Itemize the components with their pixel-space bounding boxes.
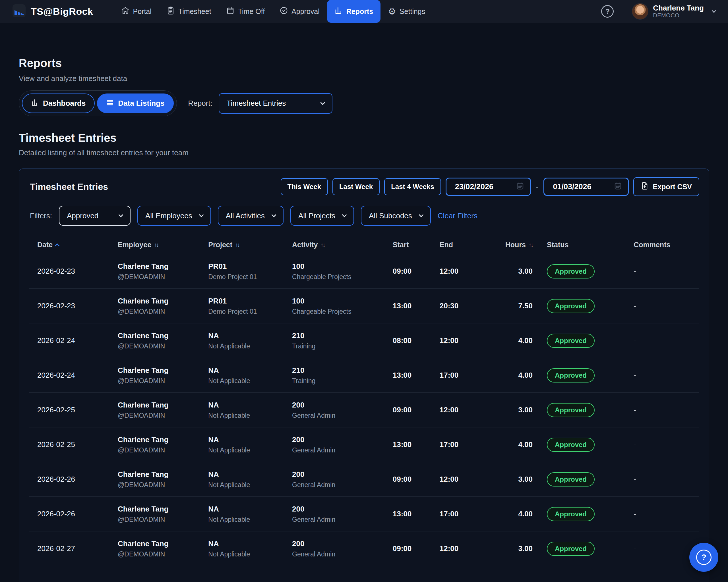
- dashboards-toggle-button[interactable]: Dashboards: [22, 93, 95, 113]
- activity-name: General Admin: [292, 551, 384, 558]
- activity-name: Training: [292, 377, 384, 385]
- column-label: End: [440, 241, 453, 249]
- toggle-label: Data Listings: [118, 99, 164, 108]
- cell-end: 12:00: [431, 544, 485, 553]
- activities-filter-select[interactable]: All Activities: [218, 206, 284, 226]
- view-toggle-group: Dashboards Data Listings: [19, 90, 177, 116]
- chevron-down-icon: [320, 100, 325, 105]
- project-code: PR01: [208, 262, 284, 271]
- user-menu[interactable]: Charlene Tang DEMOCO: [632, 3, 716, 20]
- project-code: NA: [208, 470, 284, 479]
- this-week-button[interactable]: This Week: [281, 178, 328, 195]
- nav-item-settings[interactable]: ⚙ Settings: [381, 0, 433, 23]
- date-range-separator: -: [536, 183, 539, 191]
- sort-icon: ↑↓: [235, 242, 239, 248]
- column-header-start: Start: [384, 241, 431, 249]
- cell-end: 17:00: [431, 371, 485, 380]
- cell-comments: -: [615, 371, 699, 380]
- nav-item-approval[interactable]: Approval: [272, 0, 327, 23]
- table-row[interactable]: 2026-02-27 Charlene Tang @DEMOADMIN NA N…: [29, 531, 699, 566]
- date-to-input[interactable]: 01/03/2026: [543, 177, 629, 196]
- table-header-row: Date Employee ↑↓ Project ↑↓ Activity ↑↓ …: [29, 236, 699, 254]
- section-subtitle: Detailed listing of all timesheet entrie…: [19, 148, 709, 157]
- column-header-project[interactable]: Project ↑↓: [200, 241, 284, 249]
- project-name: Not Applicable: [208, 481, 284, 489]
- status-badge: Approved: [547, 472, 595, 487]
- cell-employee: Charlene Tang @DEMOADMIN: [109, 401, 200, 419]
- table-row[interactable]: 2026-02-26 Charlene Tang @DEMOADMIN NA N…: [29, 497, 699, 531]
- column-header-activity[interactable]: Activity ↑↓: [284, 241, 384, 249]
- project-name: Not Applicable: [208, 412, 284, 419]
- nav-item-label: Portal: [133, 7, 152, 16]
- calendar-icon: [516, 182, 524, 192]
- floating-help-button[interactable]: ?: [689, 543, 718, 572]
- table-row[interactable]: 2026-02-24 Charlene Tang @DEMOADMIN NA N…: [29, 324, 699, 358]
- cell-date: 2026-02-25: [29, 440, 109, 449]
- cell-start: 13:00: [384, 302, 431, 310]
- column-label: Activity: [292, 241, 318, 249]
- cell-date: 2026-02-27: [29, 544, 109, 553]
- activity-code: 200: [292, 401, 384, 410]
- project-code: NA: [208, 366, 284, 375]
- projects-filter-value: All Projects: [298, 212, 335, 220]
- nav-item-portal[interactable]: Portal: [114, 0, 159, 23]
- project-code: PR01: [208, 297, 284, 305]
- subcodes-filter-select[interactable]: All Subcodes: [361, 206, 431, 226]
- cell-comments: -: [615, 509, 699, 518]
- cell-date: 2026-02-23: [29, 267, 109, 276]
- cell-start: 13:00: [384, 440, 431, 449]
- cell-project: PR01 Demo Project 01: [200, 262, 284, 281]
- cell-date: 2026-02-24: [29, 371, 109, 380]
- last-4-weeks-button[interactable]: Last 4 Weeks: [384, 178, 441, 195]
- project-name: Not Applicable: [208, 551, 284, 558]
- table-row[interactable]: 2026-02-26 Charlene Tang @DEMOADMIN NA N…: [29, 462, 699, 497]
- projects-filter-select[interactable]: All Projects: [290, 206, 354, 226]
- project-name: Not Applicable: [208, 446, 284, 454]
- cell-end: 12:00: [431, 267, 485, 276]
- report-select[interactable]: Timesheet Entries: [219, 93, 333, 114]
- gear-icon: ⚙: [388, 7, 396, 16]
- nav-item-reports[interactable]: Reports: [327, 0, 381, 23]
- table-row[interactable]: 2026-02-23 Charlene Tang @DEMOADMIN PR01…: [29, 254, 699, 289]
- check-circle-icon: [280, 6, 288, 17]
- table-row[interactable]: 2026-02-24 Charlene Tang @DEMOADMIN NA N…: [29, 358, 699, 393]
- timesheet-entries-panel: Timesheet Entries This Week Last Week La…: [19, 168, 709, 582]
- section-title: Timesheet Entries: [19, 132, 709, 144]
- cell-date: 2026-02-26: [29, 475, 109, 484]
- cell-start: 13:00: [384, 509, 431, 518]
- export-csv-button[interactable]: Export CSV: [633, 177, 699, 196]
- cell-start: 08:00: [384, 336, 431, 345]
- employees-filter-select[interactable]: All Employees: [137, 206, 211, 226]
- table-row[interactable]: 2026-02-25 Charlene Tang @DEMOADMIN NA N…: [29, 427, 699, 462]
- activities-filter-value: All Activities: [226, 212, 265, 220]
- column-header-hours[interactable]: Hours ↑↓: [485, 241, 538, 249]
- brand[interactable]: TS@BigRock: [12, 4, 93, 19]
- nav-item-timesheet[interactable]: Timesheet: [159, 0, 219, 23]
- activity-code: 200: [292, 435, 384, 444]
- cell-comments: -: [615, 544, 699, 553]
- status-filter-select[interactable]: Approved: [59, 206, 131, 226]
- cell-start: 13:00: [384, 371, 431, 380]
- cell-employee: Charlene Tang @DEMOADMIN: [109, 470, 200, 489]
- cell-status: Approved: [538, 403, 615, 417]
- nav-item-time-off[interactable]: Time Off: [219, 0, 272, 23]
- table-row[interactable]: 2026-02-25 Charlene Tang @DEMOADMIN NA N…: [29, 393, 699, 427]
- column-label: Hours: [505, 241, 526, 249]
- column-header-date[interactable]: Date: [29, 241, 109, 249]
- house-icon: [121, 6, 130, 17]
- column-header-employee[interactable]: Employee ↑↓: [109, 241, 200, 249]
- employee-name: Charlene Tang: [118, 470, 200, 479]
- help-icon[interactable]: ?: [601, 5, 614, 18]
- cell-activity: 200 General Admin: [284, 470, 384, 489]
- last-week-button[interactable]: Last Week: [333, 178, 380, 195]
- column-label: Start: [393, 241, 409, 249]
- data-listings-toggle-button[interactable]: Data Listings: [97, 93, 174, 113]
- activity-name: General Admin: [292, 481, 384, 489]
- table-row[interactable]: 2026-02-23 Charlene Tang @DEMOADMIN PR01…: [29, 289, 699, 324]
- chevron-down-icon: [419, 213, 423, 217]
- clear-filters-link[interactable]: Clear Filters: [438, 212, 477, 220]
- date-from-input[interactable]: 23/02/2026: [446, 177, 531, 196]
- project-name: Demo Project 01: [208, 273, 284, 281]
- cell-hours: 3.00: [485, 267, 538, 276]
- status-badge: Approved: [547, 334, 595, 348]
